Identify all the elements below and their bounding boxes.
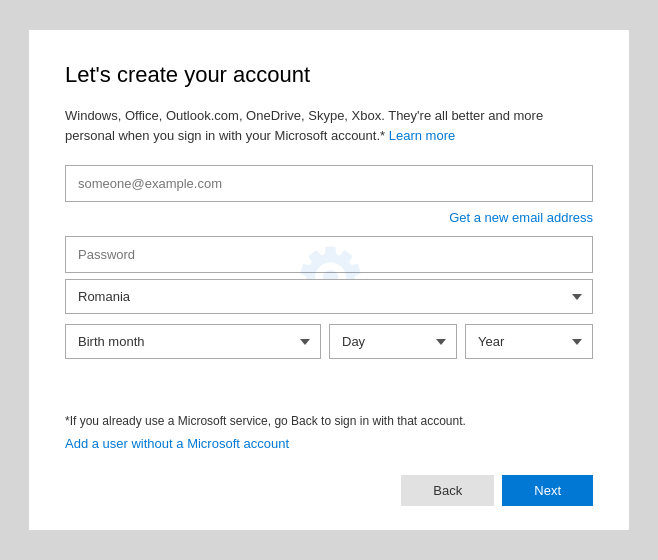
birth-date-row: Birth month January February March April… xyxy=(65,324,593,369)
description-body: Windows, Office, Outlook.com, OneDrive, … xyxy=(65,108,543,143)
birth-day-select[interactable]: Day 1 2 3 4 5 xyxy=(329,324,457,359)
footer-note: *If you already use a Microsoft service,… xyxy=(65,414,593,428)
birth-day-wrapper: Day 1 2 3 4 5 xyxy=(329,324,457,359)
new-email-row: Get a new email address xyxy=(65,208,593,226)
button-row: Back Next xyxy=(65,475,593,506)
birth-month-wrapper: Birth month January February March April… xyxy=(65,324,321,359)
country-select[interactable]: Romania United States United Kingdom Ger… xyxy=(65,279,593,314)
birth-year-wrapper: Year 2000 1999 1998 1997 xyxy=(465,324,593,359)
page-title: Let's create your account xyxy=(65,62,593,88)
create-account-dialog: ⚙ Let's create your account Windows, Off… xyxy=(29,30,629,530)
next-button[interactable]: Next xyxy=(502,475,593,506)
password-field[interactable] xyxy=(65,236,593,273)
country-select-wrapper: Romania United States United Kingdom Ger… xyxy=(65,279,593,314)
learn-more-link[interactable]: Learn more xyxy=(389,128,455,143)
new-email-link[interactable]: Get a new email address xyxy=(449,210,593,225)
add-user-link[interactable]: Add a user without a Microsoft account xyxy=(65,436,593,451)
description-text: Windows, Office, Outlook.com, OneDrive, … xyxy=(65,106,593,145)
birth-month-select[interactable]: Birth month January February March April… xyxy=(65,324,321,359)
email-field[interactable] xyxy=(65,165,593,202)
birth-year-select[interactable]: Year 2000 1999 1998 1997 xyxy=(465,324,593,359)
back-button[interactable]: Back xyxy=(401,475,494,506)
